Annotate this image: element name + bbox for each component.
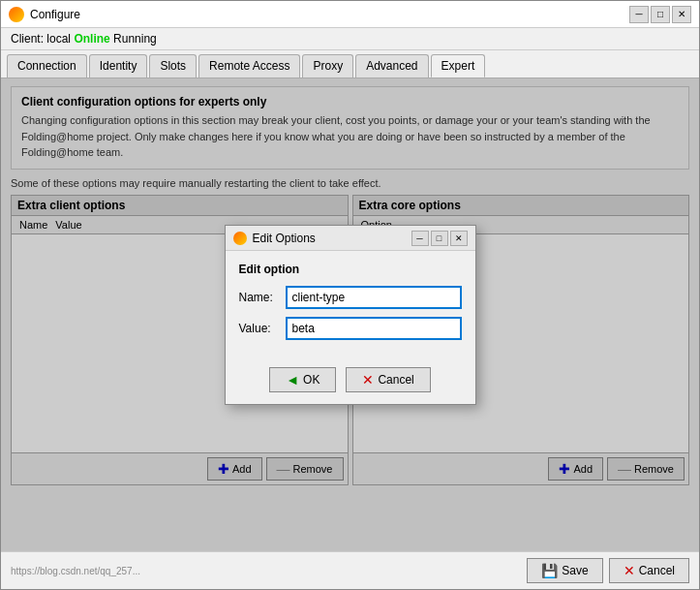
name-label: Name: [239, 291, 286, 304]
window-title: Configure [30, 8, 629, 21]
minimize-button[interactable]: ─ [629, 6, 649, 23]
url-text: https://blog.csdn.net/qq_257... [11, 566, 140, 576]
edit-options-dialog: Edit Options ─ □ ✕ Edit option Name: Val… [225, 225, 476, 405]
title-bar: Configure ─ □ ✕ [1, 1, 699, 28]
value-row: Value: [239, 317, 462, 340]
window-controls: ─ □ ✕ [629, 6, 691, 23]
name-row: Name: [239, 286, 462, 309]
tab-remote-access[interactable]: Remote Access [198, 54, 300, 78]
close-button[interactable]: ✕ [672, 6, 691, 23]
modal-title: Edit Options [253, 232, 410, 245]
modal-buttons: ◄ OK ✕ Cancel [226, 359, 475, 404]
app-icon [9, 7, 24, 22]
modal-close-button[interactable]: ✕ [450, 231, 468, 246]
client-label: Client: [11, 32, 44, 46]
tab-slots[interactable]: Slots [149, 54, 197, 78]
tab-connection[interactable]: Connection [7, 54, 87, 78]
modal-body: Edit option Name: Value: [226, 251, 475, 359]
modal-cancel-button[interactable]: ✕ Cancel [346, 367, 430, 392]
save-button[interactable]: 💾 Save [527, 558, 602, 583]
ok-button[interactable]: ◄ OK [269, 367, 336, 392]
status-bar: Client: local Online Running [1, 28, 699, 50]
modal-title-bar: Edit Options ─ □ ✕ [226, 226, 475, 251]
value-input[interactable] [286, 317, 462, 340]
cancel-x-icon: ✕ [362, 372, 374, 388]
modal-maximize-button[interactable]: □ [431, 231, 448, 246]
tab-identity[interactable]: Identity [89, 54, 148, 78]
status-online: Online [74, 32, 109, 46]
save-icon: 💾 [541, 563, 558, 578]
ok-icon: ◄ [286, 372, 299, 388]
main-content: Client configuration options for experts… [1, 78, 699, 551]
tab-advanced[interactable]: Advanced [355, 54, 428, 78]
modal-section-title: Edit option [239, 263, 462, 276]
modal-minimize-button[interactable]: ─ [411, 231, 429, 246]
modal-app-icon [233, 232, 247, 245]
tab-proxy[interactable]: Proxy [302, 54, 353, 78]
value-label: Value: [239, 322, 286, 335]
name-input[interactable] [286, 286, 462, 309]
status-state: Running [113, 32, 157, 46]
cancel-button[interactable]: ✕ Cancel [609, 558, 689, 583]
bottom-bar: https://blog.csdn.net/qq_257... 💾 Save ✕… [1, 551, 699, 589]
configure-window: Configure ─ □ ✕ Client: local Online Run… [0, 0, 700, 590]
modal-overlay: Edit Options ─ □ ✕ Edit option Name: Val… [1, 78, 699, 551]
bottom-buttons: 💾 Save ✕ Cancel [527, 558, 689, 583]
bottom-cancel-icon: ✕ [624, 563, 635, 578]
tab-expert[interactable]: Expert [431, 54, 486, 78]
maximize-button[interactable]: □ [651, 6, 670, 23]
tab-bar: Connection Identity Slots Remote Access … [1, 50, 699, 78]
